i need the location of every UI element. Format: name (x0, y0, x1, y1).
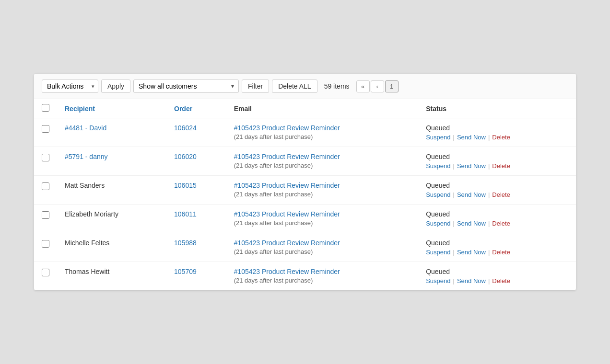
row-email: #105423 Product Review Reminder (21 days… (226, 147, 419, 176)
email-sub-text: (21 days after last purchase) (234, 219, 313, 227)
main-panel: Bulk Actions ▾ Apply Show all customers … (34, 74, 576, 290)
action-sep-1: | (453, 134, 455, 141)
send-now-link[interactable]: Send Now (457, 134, 486, 141)
pagination-first-button[interactable]: « (356, 80, 370, 92)
send-now-link[interactable]: Send Now (457, 277, 486, 284)
status-label: Queued (426, 153, 568, 160)
recipient-link[interactable]: Matt Sanders (65, 182, 105, 189)
send-now-link[interactable]: Send Now (457, 162, 486, 170)
row-actions: Suspend | Send Now | Delete (426, 162, 568, 170)
row-checkbox-4[interactable] (42, 240, 49, 248)
row-email: #105423 Product Review Reminder (21 days… (226, 176, 419, 205)
row-recipient: Elizabeth Moriarty (57, 205, 166, 233)
email-name-link[interactable]: #105423 Product Review Reminder (234, 210, 411, 218)
order-link[interactable]: 106011 (174, 210, 197, 218)
status-label: Queued (426, 239, 568, 247)
header-checkbox-col (34, 99, 57, 118)
delete-link[interactable]: Delete (492, 134, 510, 141)
order-link[interactable]: 105709 (174, 268, 197, 275)
delete-link[interactable]: Delete (492, 220, 510, 227)
send-now-link[interactable]: Send Now (457, 249, 486, 256)
action-sep-1: | (453, 220, 455, 227)
email-sub-text: (21 days after last purchase) (234, 248, 313, 255)
row-checkbox-cell (34, 147, 57, 176)
row-recipient: Matt Sanders (57, 176, 166, 205)
item-count: 59 items (320, 80, 353, 92)
row-checkbox-2[interactable] (42, 182, 49, 190)
row-email: #105423 Product Review Reminder (21 days… (226, 262, 419, 291)
row-actions: Suspend | Send Now | Delete (426, 134, 568, 141)
bulk-actions-wrapper: Bulk Actions ▾ (42, 80, 98, 93)
suspend-link[interactable]: Suspend (426, 191, 450, 198)
send-now-link[interactable]: Send Now (457, 191, 486, 198)
row-checkbox-0[interactable] (42, 125, 49, 133)
table-row: #5791 - danny 106020 #105423 Product Rev… (34, 147, 576, 176)
status-label: Queued (426, 210, 568, 218)
header-recipient[interactable]: Recipient (57, 99, 166, 118)
row-status: Queued Suspend | Send Now | Delete (418, 147, 576, 176)
email-sub-text: (21 days after last purchase) (234, 277, 313, 284)
action-sep-1: | (453, 162, 455, 170)
order-link[interactable]: 106020 (174, 153, 197, 160)
suspend-link[interactable]: Suspend (426, 220, 450, 227)
header-order[interactable]: Order (166, 99, 226, 118)
row-order: 106024 (166, 118, 226, 147)
filter-select[interactable]: Show all customers Subscribed customers … (133, 80, 239, 93)
apply-button[interactable]: Apply (101, 80, 130, 93)
table-row: Matt Sanders 106015 #105423 Product Revi… (34, 176, 576, 205)
header-email: Email (226, 99, 419, 118)
action-sep-2: | (488, 277, 490, 284)
row-checkbox-5[interactable] (42, 269, 49, 276)
recipient-link[interactable]: Michelle Feltes (65, 239, 109, 247)
action-sep-1: | (453, 249, 455, 256)
email-name-link[interactable]: #105423 Product Review Reminder (234, 124, 411, 132)
row-order: 106015 (166, 176, 226, 205)
suspend-link[interactable]: Suspend (426, 277, 450, 284)
delete-all-button[interactable]: Delete ALL (272, 80, 317, 93)
recipient-link[interactable]: #5791 - danny (65, 153, 108, 160)
filter-dropdown-wrapper: Show all customers Subscribed customers … (133, 80, 239, 93)
order-link[interactable]: 105988 (174, 239, 197, 247)
row-email: #105423 Product Review Reminder (21 days… (226, 205, 419, 233)
action-sep-2: | (488, 220, 490, 227)
action-sep-1: | (453, 277, 455, 284)
order-link[interactable]: 106015 (174, 182, 197, 189)
recipient-link[interactable]: #4481 - David (65, 124, 106, 132)
row-checkbox-cell (34, 176, 57, 205)
send-now-link[interactable]: Send Now (457, 220, 486, 227)
delete-link[interactable]: Delete (492, 277, 510, 284)
delete-link[interactable]: Delete (492, 162, 510, 170)
action-sep-2: | (488, 191, 490, 198)
pagination-current-page[interactable]: 1 (385, 80, 399, 92)
suspend-link[interactable]: Suspend (426, 249, 450, 256)
recipient-link[interactable]: Elizabeth Moriarty (65, 210, 118, 218)
suspend-link[interactable]: Suspend (426, 162, 450, 170)
delete-link[interactable]: Delete (492, 249, 510, 256)
header-status: Status (418, 99, 576, 118)
bulk-actions-select[interactable]: Bulk Actions (42, 80, 98, 93)
select-all-checkbox[interactable] (42, 104, 49, 112)
order-link[interactable]: 106024 (174, 124, 197, 132)
row-order: 105709 (166, 262, 226, 291)
queue-table: Recipient Order Email Status #4481 - Dav… (34, 99, 576, 290)
row-email: #105423 Product Review Reminder (21 days… (226, 118, 419, 147)
table-row: Michelle Feltes 105988 #105423 Product R… (34, 233, 576, 262)
email-name-link[interactable]: #105423 Product Review Reminder (234, 239, 411, 247)
row-recipient: #5791 - danny (57, 147, 166, 176)
row-status: Queued Suspend | Send Now | Delete (418, 262, 576, 291)
email-name-link[interactable]: #105423 Product Review Reminder (234, 182, 411, 189)
email-name-link[interactable]: #105423 Product Review Reminder (234, 153, 411, 160)
email-sub-text: (21 days after last purchase) (234, 133, 313, 140)
pagination-prev-button[interactable]: ‹ (371, 80, 384, 92)
email-name-link[interactable]: #105423 Product Review Reminder (234, 268, 411, 275)
filter-button[interactable]: Filter (242, 80, 269, 93)
table-row: Thomas Hewitt 105709 #105423 Product Rev… (34, 262, 576, 291)
delete-link[interactable]: Delete (492, 191, 510, 198)
action-sep-2: | (488, 249, 490, 256)
row-checkbox-3[interactable] (42, 211, 49, 219)
row-status: Queued Suspend | Send Now | Delete (418, 118, 576, 147)
suspend-link[interactable]: Suspend (426, 134, 450, 141)
row-actions: Suspend | Send Now | Delete (426, 277, 568, 284)
row-checkbox-1[interactable] (42, 154, 49, 161)
recipient-link[interactable]: Thomas Hewitt (65, 268, 109, 275)
